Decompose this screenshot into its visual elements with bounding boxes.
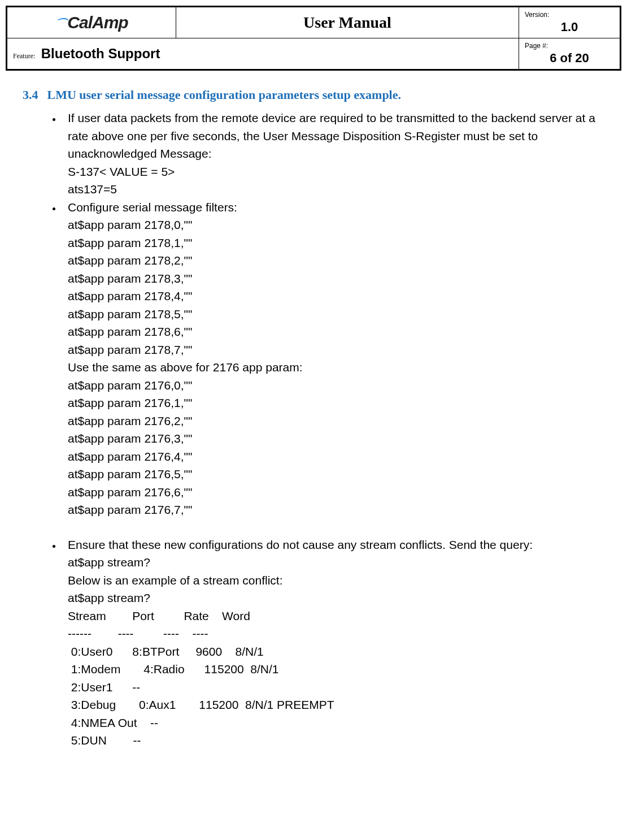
code-line: at$app param 2176,3,"" (68, 430, 604, 448)
code-line: at$app param 2176,4,"" (68, 448, 604, 466)
bullet-intro: Configure serial message filters: (68, 201, 237, 214)
code-line: at$app param 2178,4,"" (68, 287, 604, 305)
code-line: at$app param 2178,0,"" (68, 216, 604, 234)
page-label: Page #: (525, 42, 548, 50)
bullet-list: If user data packets from the remote dev… (23, 109, 604, 519)
document-header-table: ⌒CalAmp User Manual Version: 1.0 Feature… (6, 6, 621, 71)
bullet-list-2: Ensure that these new configurations do … (23, 536, 604, 750)
code-line: at$app param 2178,7,"" (68, 341, 604, 359)
section-number: 3.4 (23, 88, 38, 102)
version-cell: Version: 1.0 (519, 7, 621, 38)
code-line: at$app param 2176,0,"" (68, 376, 604, 395)
code-line: at$app stream? (68, 553, 604, 571)
code-line: at$app param 2178,2,"" (68, 252, 604, 270)
code-line: at$app param 2178,3,"" (68, 270, 604, 288)
code-line: at$app param 2176,7,"" (68, 501, 604, 519)
feature-cell: Feature: Bluetooth Support (7, 38, 519, 70)
list-item: If user data packets from the remote dev… (62, 109, 604, 198)
bullet-intro: If user data packets from the remote dev… (68, 111, 595, 160)
code-line: Below is an example of a stream conflict… (68, 571, 604, 590)
feature-value: Bluetooth Support (41, 46, 160, 61)
feature-label: Feature: (13, 52, 35, 60)
stream-table: Stream Port Rate Word ------ ---- ---- -… (68, 607, 604, 750)
version-value: 1.0 (525, 20, 614, 34)
code-line: at$app param 2178,1,"" (68, 234, 604, 252)
code-line: at$app param 2176,1,"" (68, 394, 604, 412)
code-line: ats137=5 (68, 180, 604, 198)
code-line: at$app param 2176,2,"" (68, 412, 604, 430)
bullet-intro: Ensure that these new configurations do … (68, 538, 533, 551)
content-area: 3.4LMU user serial message configuration… (6, 88, 621, 750)
list-item: Ensure that these new configurations do … (62, 536, 604, 750)
code-line: at$app stream? (68, 589, 604, 607)
version-label: Version: (525, 11, 549, 19)
spacer (23, 519, 604, 536)
document-title: User Manual (176, 7, 519, 38)
page-value: 6 of 20 (525, 51, 614, 66)
list-item: Configure serial message filters: at$app… (62, 198, 604, 519)
code-line: at$app param 2176,6,"" (68, 483, 604, 501)
page-cell: Page #: 6 of 20 (519, 38, 621, 70)
code-line: Use the same as above for 2176 app param… (68, 358, 604, 376)
section-title: LMU user serial message configuration pa… (47, 88, 402, 102)
section-heading: 3.4LMU user serial message configuration… (23, 88, 604, 102)
code-line: at$app param 2178,6,"" (68, 323, 604, 341)
logo-text: ⌒CalAmp (55, 13, 128, 32)
code-line: at$app param 2176,5,"" (68, 465, 604, 483)
code-line: at$app param 2178,5,"" (68, 305, 604, 323)
code-line: S-137< VALUE = 5> (68, 163, 604, 181)
logo-cell: ⌒CalAmp (7, 7, 176, 38)
